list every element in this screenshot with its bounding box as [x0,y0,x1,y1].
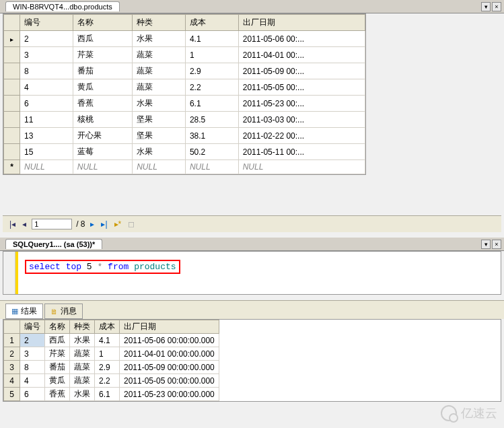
cell[interactable]: 2 [20,334,45,347]
cell[interactable]: 2011-05-23 00:00:00.000 [120,388,219,401]
cell[interactable]: 15 [20,144,73,160]
cell[interactable]: 蓝莓 [73,144,132,160]
table-row[interactable]: 11核桃坚果28.52011-03-03 00:... [4,112,365,128]
cell[interactable]: 2011-03-03 00:... [238,112,365,128]
col-type[interactable]: 种类 [133,15,186,31]
cell[interactable]: 6.1 [185,96,238,112]
new-row-selector[interactable] [4,160,20,174]
col-name[interactable]: 名称 [73,15,132,31]
col-id[interactable]: 编号 [20,15,73,31]
results-grid[interactable]: 编号 名称 种类 成本 出厂日期 12西瓜水果4.12011-05-06 00:… [3,319,501,402]
cell[interactable]: 坚果 [133,128,186,144]
cell[interactable]: 2011-04-01 00:... [238,47,365,63]
cell[interactable]: 4.1 [185,31,238,47]
cell[interactable]: 2 [20,31,73,47]
tab-messages[interactable]: 🗎 消息 [44,304,83,319]
cell[interactable]: 黄瓜 [73,79,132,96]
cell[interactable]: 芹菜 [73,47,132,63]
cell[interactable]: 番茄 [73,63,132,79]
cell[interactable]: 坚果 [133,112,186,128]
cell[interactable]: 番茄 [45,361,70,374]
new-row[interactable]: NULLNULLNULLNULLNULL [4,160,365,174]
pin-icon[interactable]: ▾ [481,240,491,249]
cell[interactable]: 3 [20,47,73,63]
cell[interactable]: 开心果 [73,128,132,144]
cell[interactable]: 2.2 [185,79,238,96]
cell[interactable]: 西瓜 [45,334,70,347]
cell[interactable]: 水果 [70,334,95,347]
cell[interactable]: 蔬菜 [70,361,95,374]
data-grid[interactable]: 编号 名称 种类 成本 出厂日期 2西瓜水果4.12011-05-06 00:.… [3,13,366,175]
nav-new-icon[interactable]: ▸* [113,219,123,229]
cell[interactable]: 28.5 [185,112,238,128]
cell[interactable]: 蔬菜 [133,63,186,79]
table-row[interactable]: 56香蕉水果6.12011-05-23 00:00:00.000 [4,388,219,401]
cell[interactable]: 蔬菜 [70,374,95,388]
rcol-id[interactable]: 编号 [20,320,45,334]
row-number[interactable]: 1 [4,334,20,347]
row-selector[interactable] [4,79,20,96]
table-row[interactable]: 4黄瓜蔬菜2.22011-05-05 00:... [4,79,365,96]
table-row[interactable]: 2西瓜水果4.12011-05-06 00:... [4,31,365,47]
row-selector[interactable] [4,144,20,160]
cell[interactable]: 芹菜 [45,347,70,361]
cell[interactable]: 2011-04-01 00:00:00.000 [120,347,219,361]
table-row[interactable]: 8番茄蔬菜2.92011-05-09 00:... [4,63,365,79]
nav-stop-icon[interactable]: ◻ [127,219,136,229]
cell[interactable]: 2.2 [95,374,120,388]
cell[interactable]: NULL [73,160,132,174]
row-selector[interactable] [4,128,20,144]
col-cost[interactable]: 成本 [185,15,238,31]
cell[interactable]: 蔬菜 [133,47,186,63]
table-row[interactable]: 44黄瓜蔬菜2.22011-05-05 00:00:00.000 [4,374,219,388]
cell[interactable]: 水果 [70,388,95,401]
cell[interactable]: 蔬菜 [133,79,186,96]
table-row[interactable]: 6香蕉水果6.12011-05-23 00:... [4,96,365,112]
row-selector[interactable] [4,96,20,112]
cell[interactable]: 11 [20,112,73,128]
table-row[interactable]: 38番茄蔬菜2.92011-05-09 00:00:00.000 [4,361,219,374]
cell[interactable]: NULL [133,160,186,174]
cell[interactable]: 4 [20,79,73,96]
table-row[interactable]: 12西瓜水果4.12011-05-06 00:00:00.000 [4,334,219,347]
nav-next-icon[interactable]: ▸ [89,219,96,229]
row-selector[interactable] [4,47,20,63]
cell[interactable]: 3 [20,347,45,361]
close-icon[interactable]: × [492,240,501,249]
cell[interactable]: NULL [185,160,238,174]
rcol-date[interactable]: 出厂日期 [120,320,219,334]
nav-prev-icon[interactable]: ◂ [21,219,28,229]
row-number[interactable]: 2 [4,347,20,361]
row-selector[interactable] [4,31,20,47]
cell[interactable]: 香蕉 [45,388,70,401]
pin-icon[interactable]: ▾ [481,2,491,11]
cell[interactable]: 水果 [133,31,186,47]
cell[interactable]: 西瓜 [73,31,132,47]
cell[interactable]: NULL [238,160,365,174]
sql-editor[interactable]: select top 5 * from products [3,251,501,295]
cell[interactable]: 2011-05-09 00:00:00.000 [120,361,219,374]
row-number[interactable]: 4 [4,374,20,388]
cell[interactable]: 2.9 [95,361,120,374]
cell[interactable]: 6 [20,96,73,112]
cell[interactable]: 1 [185,47,238,63]
nav-first-icon[interactable]: |◂ [8,219,17,229]
row-number[interactable]: 3 [4,361,20,374]
close-icon[interactable]: × [492,2,501,11]
row-number[interactable]: 5 [4,388,20,401]
cell[interactable]: 2011-05-05 00:... [238,79,365,96]
cell[interactable]: 香蕉 [73,96,132,112]
cell[interactable]: 2011-05-09 00:... [238,63,365,79]
cell[interactable]: 6 [20,388,45,401]
nav-last-icon[interactable]: ▸| [100,219,108,229]
cell[interactable]: 1 [95,347,120,361]
table-row[interactable]: 3芹菜蔬菜12011-04-01 00:... [4,47,365,63]
cell[interactable]: 2011-05-05 00:00:00.000 [120,374,219,388]
cell[interactable]: 4 [20,374,45,388]
cell[interactable]: 38.1 [185,128,238,144]
row-selector[interactable] [4,112,20,128]
cell[interactable]: 黄瓜 [45,374,70,388]
cell[interactable]: 2011-05-11 00:... [238,144,365,160]
nav-position-input[interactable] [32,219,72,229]
rcol-type[interactable]: 种类 [70,320,95,334]
